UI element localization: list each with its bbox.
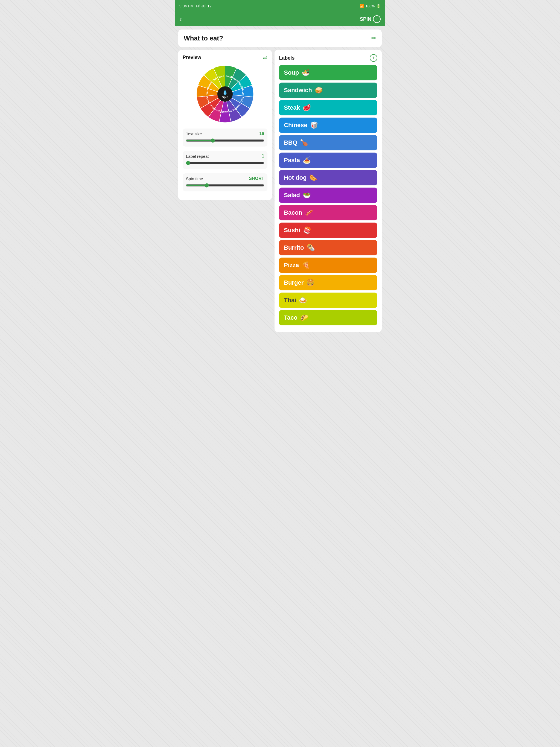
label-text: Thai (284, 297, 296, 304)
status-bar: 9:04 PM Fri Jul 12 📶 100% 🔋 (175, 0, 385, 12)
spin-center-button[interactable]: 💧 Spin (218, 86, 233, 102)
add-label-button[interactable]: + (370, 54, 377, 62)
label-item-steak[interactable]: Steak🥩 (279, 100, 377, 115)
label-item-chinese[interactable]: Chinese🥡 (279, 118, 377, 133)
label-emoji: 🌭 (309, 174, 317, 182)
label-text: Chinese (284, 122, 307, 129)
status-right: 📶 100% 🔋 (360, 4, 381, 8)
label-emoji: 🥗 (303, 191, 311, 199)
left-panel: Preview ⇌ SoupSandwichSteakChineseBBQPas… (178, 50, 272, 200)
label-repeat-row: Label repeat 1 (186, 154, 264, 159)
label-list: Soup🍜Sandwich🥪Steak🥩Chinese🥡BBQ🍗Pasta🍝Ho… (279, 65, 377, 325)
battery-value: 100% (365, 4, 375, 8)
spin-arrow-icon: › (376, 17, 378, 21)
label-emoji: 🍗 (300, 139, 308, 147)
add-icon-symbol: + (372, 55, 375, 61)
spin-circle: › (373, 15, 381, 23)
label-text: Burrito (284, 244, 304, 251)
label-item-burrito[interactable]: Burrito🌯 (279, 240, 377, 255)
label-text: BBQ (284, 139, 297, 146)
label-text: Sandwich (284, 87, 312, 94)
preview-label: Preview (183, 55, 201, 60)
svg-text:Salad: Salad (222, 111, 228, 113)
back-icon: ‹ (179, 15, 182, 24)
label-emoji: 🥪 (315, 86, 323, 94)
label-emoji: 🍕 (302, 261, 310, 269)
wheel-wrapper: SoupSandwichSteakChineseBBQPastaHot dogS… (195, 64, 255, 124)
label-item-salad[interactable]: Salad🥗 (279, 187, 377, 203)
labels-header: Labels + (279, 54, 377, 62)
label-text: Hot dog (284, 174, 307, 181)
label-repeat-value: 1 (262, 154, 264, 159)
label-text: Steak (284, 104, 300, 111)
status-date: Fri Jul 12 (196, 4, 212, 8)
label-emoji: 🥡 (310, 121, 318, 129)
spin-time-value: SHORT (249, 176, 264, 181)
label-item-soup[interactable]: Soup🍜 (279, 65, 377, 80)
label-emoji: 🌮 (300, 314, 308, 321)
spin-label: SPIN (360, 17, 371, 22)
label-item-thai[interactable]: Thai🍛 (279, 292, 377, 308)
spin-time-setting: Spin time SHORT (183, 173, 268, 191)
label-emoji: 🍜 (302, 69, 310, 77)
label-repeat-label: Label repeat (186, 154, 209, 159)
label-emoji: 🍛 (299, 297, 307, 304)
label-text: Sushi (284, 227, 300, 234)
main-content: Preview ⇌ SoupSandwichSteakChineseBBQPas… (178, 50, 382, 332)
wheel-container: SoupSandwichSteakChineseBBQPastaHot dogS… (183, 64, 268, 124)
shuffle-icon[interactable]: ⇌ (263, 54, 268, 61)
preview-header: Preview ⇌ (183, 54, 268, 61)
label-emoji: 🍝 (303, 156, 311, 164)
label-item-sandwich[interactable]: Sandwich🥪 (279, 83, 377, 98)
label-emoji: 🥓 (305, 209, 313, 216)
label-text: Taco (284, 314, 298, 321)
labels-label: Labels (279, 55, 295, 61)
label-item-pizza[interactable]: Pizza🍕 (279, 258, 377, 273)
battery-icon: 🔋 (376, 4, 381, 8)
label-emoji: 🍣 (303, 226, 311, 234)
label-emoji: 🥩 (303, 104, 311, 111)
label-repeat-slider[interactable] (186, 161, 264, 165)
title-card: What to eat? ✏ (178, 29, 382, 47)
label-text: Pasta (284, 157, 300, 164)
text-size-slider[interactable] (186, 138, 264, 143)
label-item-hot-dog[interactable]: Hot dog🌭 (279, 170, 377, 185)
label-text: Bacon (284, 209, 302, 216)
page-title: What to eat? (184, 34, 223, 42)
spin-time-label: Spin time (186, 176, 203, 181)
text-size-setting: Text size 16 (183, 129, 268, 147)
label-item-bacon[interactable]: Bacon🥓 (279, 205, 377, 221)
nav-bar: ‹ SPIN › (175, 12, 385, 26)
label-emoji: 🍔 (306, 279, 314, 287)
wifi-icon: 📶 (360, 4, 364, 8)
label-item-burger[interactable]: Burger🍔 (279, 275, 377, 290)
spin-center-label: Spin (222, 96, 228, 99)
status-time: 9:04 PM (179, 4, 194, 8)
spin-drop-icon: 💧 (222, 90, 228, 95)
label-text: Soup (284, 69, 299, 76)
edit-icon[interactable]: ✏ (371, 35, 376, 42)
right-panel: Labels + Soup🍜Sandwich🥪Steak🥩Chinese🥡BBQ… (275, 50, 382, 332)
label-text: Burger (284, 279, 304, 286)
label-item-taco[interactable]: Taco🌮 (279, 310, 377, 325)
label-text: Salad (284, 192, 300, 199)
label-text: Pizza (284, 262, 299, 269)
text-size-label: Text size (186, 131, 202, 136)
status-left: 9:04 PM Fri Jul 12 (179, 4, 212, 8)
text-size-value: 16 (259, 131, 264, 136)
text-size-row: Text size 16 (186, 131, 264, 136)
label-emoji: 🌯 (307, 244, 315, 252)
spin-button[interactable]: SPIN › (360, 15, 381, 23)
label-item-sushi[interactable]: Sushi🍣 (279, 223, 377, 238)
label-item-pasta[interactable]: Pasta🍝 (279, 153, 377, 168)
label-repeat-setting: Label repeat 1 (183, 151, 268, 169)
label-item-bbq[interactable]: BBQ🍗 (279, 135, 377, 150)
spin-time-row: Spin time SHORT (186, 176, 264, 181)
back-button[interactable]: ‹ (179, 15, 182, 24)
spin-time-slider[interactable] (186, 183, 264, 187)
